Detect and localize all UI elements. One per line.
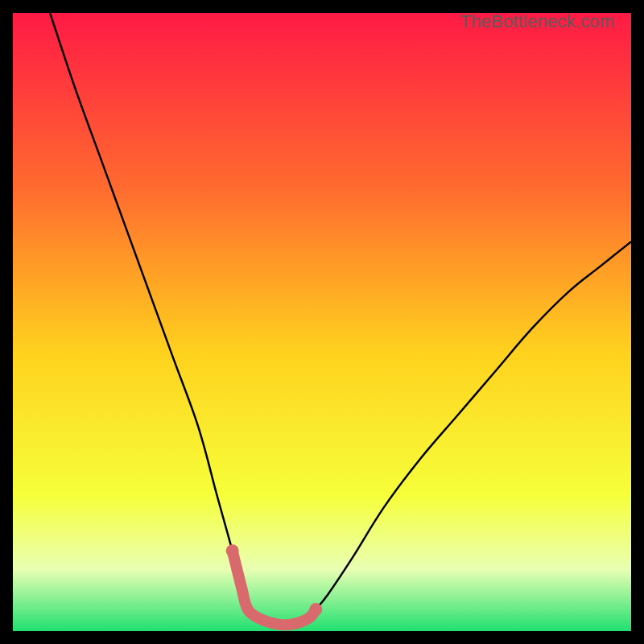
highlight-end-dot — [309, 603, 322, 616]
chart-frame: TheBottleneck.com — [13, 13, 631, 631]
watermark-text: TheBottleneck.com — [460, 11, 615, 32]
bottleneck-chart — [13, 13, 631, 631]
highlight-end-dot — [226, 544, 239, 557]
